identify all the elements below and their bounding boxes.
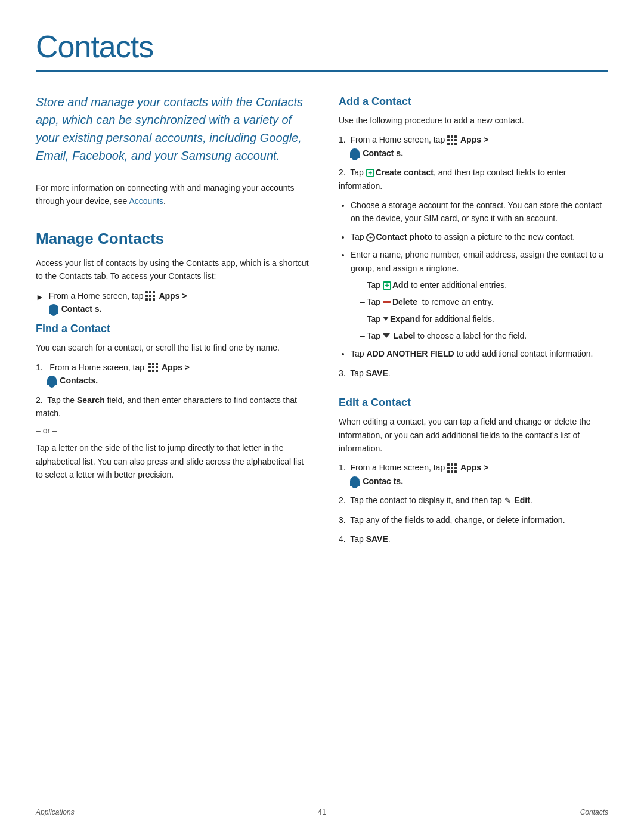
add-contact-body: Use the following procedure to add a new… xyxy=(339,114,608,127)
plus-small-icon: + xyxy=(383,281,391,290)
add-contact-steps: 1. From a Home screen, tap Apps > Contac… xyxy=(339,133,608,193)
apps-grid-icon-3 xyxy=(447,135,457,145)
edit-step-2: 2. Tap the contact to display it, and th… xyxy=(339,494,608,507)
expand-icon xyxy=(383,317,389,321)
intro-italic: Store and manage your contacts with the … xyxy=(36,93,310,165)
edit-step-4: 4. Tap SAVE. xyxy=(339,532,608,546)
manage-contacts-body: Access your list of contacts by using th… xyxy=(36,256,310,283)
label-icon xyxy=(383,333,390,338)
manage-contacts-step: ► From a Home screen, tap Apps > Contact… xyxy=(36,289,310,316)
find-contact-body: You can search for a contact, or scroll … xyxy=(36,341,310,354)
or-line: – or – xyxy=(36,426,310,435)
footer-left: Applications xyxy=(36,808,75,816)
title-rule xyxy=(36,70,608,72)
dash-label: Tap Label to choose a label for the fiel… xyxy=(360,329,608,342)
find-contact-heading: Find a Contact xyxy=(36,323,310,335)
find-step-1: 1. From a Home screen, tap Apps > Contac… xyxy=(36,361,310,388)
edit-step-1: 1. From a Home screen, tap Apps > Contac… xyxy=(339,461,608,488)
contact-icon xyxy=(49,304,58,314)
edit-contact-body: When editing a contact, you can tap a fi… xyxy=(339,415,608,455)
dash-delete: Tap Delete to remove an entry. xyxy=(360,295,608,308)
add-contact-section: Add a Contact Use the following procedur… xyxy=(339,95,608,380)
add-contact-heading: Add a Contact xyxy=(339,95,608,108)
edit-contact-steps: 1. From a Home screen, tap Apps > Contac… xyxy=(339,461,608,546)
or-text: Tap a letter on the side of the list to … xyxy=(36,441,310,481)
find-step-2: 2. Tap the Search field, and then enter … xyxy=(36,394,310,420)
bullet-storage: Choose a storage account for the contact… xyxy=(351,199,608,225)
find-contact-steps: 1. From a Home screen, tap Apps > Contac… xyxy=(36,361,310,420)
contact-icon-4 xyxy=(350,476,360,486)
contact-icon-3 xyxy=(350,148,360,158)
apps-grid-icon xyxy=(145,291,155,301)
apps-grid-icon-4 xyxy=(447,463,457,473)
dash-add: Tap +Add to enter additional entries. xyxy=(360,278,608,292)
dash-list: Tap +Add to enter additional entries. Ta… xyxy=(351,278,608,343)
bullet-enter: Enter a name, phone number, email addres… xyxy=(351,248,608,342)
bullet-add-another: Tap ADD ANOTHER FIELD to add additional … xyxy=(351,347,608,360)
left-column: Store and manage your contacts with the … xyxy=(36,93,310,563)
accounts-link[interactable]: Accounts xyxy=(129,196,163,206)
minus-icon xyxy=(383,301,391,303)
footer-center: 41 xyxy=(318,807,326,816)
intro-para: For more information on connecting with … xyxy=(36,181,310,208)
add-step-1: 1. From a Home screen, tap Apps > Contac… xyxy=(339,133,608,160)
apps-grid-icon-2 xyxy=(148,363,158,372)
contact-icon-2 xyxy=(47,376,57,385)
add-step-2: 2. Tap +Create contact, and then tap con… xyxy=(339,166,608,193)
edit-step-3: 3. Tap any of the fields to add, change,… xyxy=(339,513,608,527)
manage-contacts-heading: Manage Contacts xyxy=(36,230,310,248)
add-step-3: 3. Tap SAVE. xyxy=(339,367,608,380)
dash-expand: Tap Expand for additional fields. xyxy=(360,312,608,326)
add-contact-bullets: Choose a storage account for the contact… xyxy=(339,199,608,361)
footer-right: Contacts xyxy=(580,808,608,816)
edit-contact-heading: Edit a Contact xyxy=(339,397,608,409)
bullet-photo: Tap +Contact photo to assign a picture t… xyxy=(351,230,608,243)
pencil-icon: ✎ xyxy=(504,495,511,507)
arrow-icon: ► xyxy=(36,290,44,304)
right-column: Add a Contact Use the following procedur… xyxy=(339,93,608,563)
circle-plus-icon: + xyxy=(366,233,375,242)
edit-contact-section: Edit a Contact When editing a contact, y… xyxy=(339,397,608,546)
plus-icon: + xyxy=(366,169,374,177)
page-title: Contacts xyxy=(36,29,608,64)
